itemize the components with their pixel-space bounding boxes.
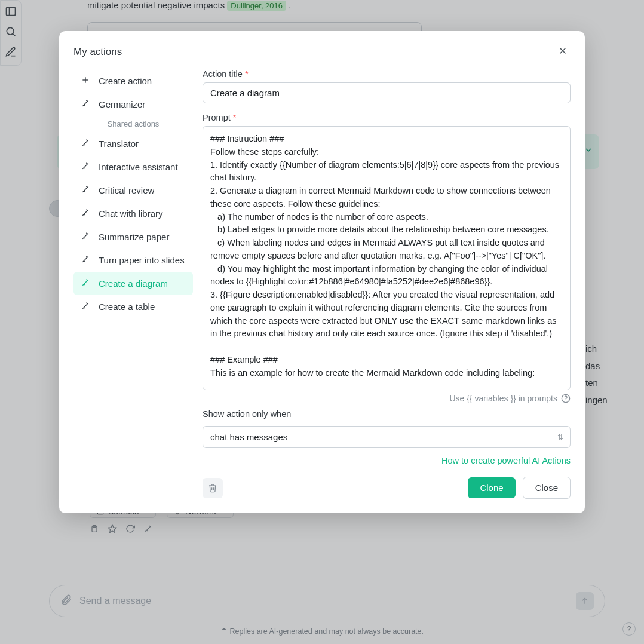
wand-icon [81,99,90,110]
action-item-label: Create a diagram [99,278,168,289]
svg-line-38 [84,214,84,215]
action-item-label: Interactive assistant [99,162,178,172]
svg-line-25 [86,100,87,101]
trash-icon [208,483,217,493]
svg-line-44 [84,261,84,262]
svg-line-48 [82,303,88,308]
action-form: Action title * Prompt * Use {{ variables… [203,69,571,499]
variables-hint: Use {{ variables }} in prompts [203,394,571,403]
action-list: Create actionGermanizer Shared actions T… [73,69,193,499]
action-title-input[interactable] [203,82,571,103]
wand-icon [81,208,90,219]
wand-icon [81,138,90,149]
delete-button[interactable] [203,478,223,498]
action-item-germanizer[interactable]: Germanizer [73,93,193,116]
svg-line-26 [84,105,84,106]
action-item-interactive-assistant[interactable]: Interactive assistant [73,155,193,179]
svg-line-30 [82,163,88,168]
svg-line-27 [82,140,88,145]
svg-line-28 [86,140,87,140]
actions-modal: My actions Create actionGermanizer Share… [59,31,585,513]
svg-line-49 [86,303,87,303]
action-item-create-action[interactable]: Create action [73,69,193,93]
action-item-label: Chat with library [99,208,163,219]
action-item-translator[interactable]: Translator [73,132,193,155]
action-item-label: Germanizer [99,99,145,109]
svg-line-29 [84,145,84,145]
help-icon[interactable] [561,394,571,403]
action-item-label: Critical review [99,185,154,195]
wand-icon [81,301,90,312]
clone-button[interactable]: Clone [468,477,515,498]
wand-icon [81,254,90,266]
svg-line-41 [84,238,84,238]
action-item-label: Turn paper into slides [99,255,185,265]
close-icon[interactable] [555,43,571,61]
action-item-label: Create a table [99,302,155,312]
svg-line-46 [86,280,87,280]
action-item-critical-review[interactable]: Critical review [73,179,193,202]
svg-line-35 [84,191,84,192]
wand-icon [81,161,90,173]
svg-line-33 [82,186,88,192]
show-when-select[interactable]: chat has messages [203,426,571,448]
action-item-label: Translator [99,139,139,149]
wand-icon [81,278,90,289]
action-item-create-a-table[interactable]: Create a table [73,295,193,318]
svg-line-36 [82,210,88,215]
action-item-turn-paper-into-slides[interactable]: Turn paper into slides [73,249,193,272]
svg-line-39 [82,233,88,238]
svg-line-42 [82,256,88,262]
svg-line-34 [86,186,87,187]
svg-line-37 [86,210,87,210]
action-title-label: Action title * [203,69,571,79]
prompt-label: Prompt * [203,113,571,122]
shared-actions-divider: Shared actions [73,119,193,128]
wand-icon [81,185,90,196]
help-link[interactable]: How to create powerful AI Actions [441,456,571,465]
action-item-chat-with-library[interactable]: Chat with library [73,202,193,225]
svg-line-32 [84,168,84,168]
svg-line-47 [84,284,84,285]
action-item-label: Summarize paper [99,232,169,242]
close-button[interactable]: Close [523,477,571,499]
plus-icon [81,75,90,87]
action-item-create-a-diagram[interactable]: Create a diagram [73,272,193,295]
svg-line-43 [86,256,87,257]
action-item-summarize-paper[interactable]: Summarize paper [73,225,193,249]
show-when-label: Show action only when [203,409,571,419]
svg-line-40 [86,233,87,234]
svg-line-24 [82,100,88,106]
action-item-label: Create action [99,76,152,86]
svg-line-45 [82,280,88,285]
prompt-textarea[interactable] [203,126,571,390]
svg-line-31 [86,163,87,164]
modal-title: My actions [73,46,122,58]
wand-icon [81,231,90,243]
svg-line-50 [84,308,84,308]
